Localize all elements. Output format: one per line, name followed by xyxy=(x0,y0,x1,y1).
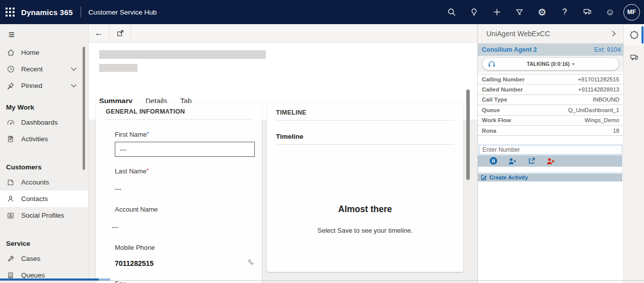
activities-clipboard-icon xyxy=(6,135,15,144)
sidebar-item-social-profiles[interactable]: Social Profiles xyxy=(0,207,88,224)
sidebar-item-label: Activities xyxy=(21,135,48,143)
sidebar-section-my-work: My Work xyxy=(0,94,88,114)
sidebar-item-home[interactable]: Home xyxy=(0,44,88,61)
top-navbar: Dynamics 365 Customer Service Hub ⚙ ? ☺ … xyxy=(0,0,644,24)
agent-name: Consilium Agent 2 xyxy=(482,46,537,53)
panel-header: UniAgent WebExCC xyxy=(478,24,623,44)
main-scrollbar[interactable] xyxy=(466,89,470,180)
home-icon xyxy=(6,48,15,57)
clock-icon xyxy=(6,65,15,74)
loading-progress-bar xyxy=(0,278,99,280)
site-map-sidebar: ≡ Home Recent Pinned My Work Dashboards … xyxy=(0,24,89,283)
help-icon[interactable]: ? xyxy=(553,0,576,24)
back-icon: ← xyxy=(95,28,103,38)
add-person-icon[interactable] xyxy=(508,157,517,165)
sidebar-section-customers: Customers xyxy=(0,147,88,174)
window-bottom-border xyxy=(0,280,644,281)
feedback-chat-icon[interactable] xyxy=(576,0,599,24)
end-participant-icon[interactable] xyxy=(546,157,555,165)
dial-number-input[interactable] xyxy=(479,145,622,155)
create-activity-label: Create Activity xyxy=(489,174,528,180)
sidebar-item-contacts[interactable]: Contacts xyxy=(0,191,88,207)
add-icon[interactable] xyxy=(485,0,508,24)
headset-icon xyxy=(487,60,496,70)
sidebar-item-pinned[interactable]: Pinned xyxy=(0,77,88,94)
table-row: QueueQ_UniDashboard_1 xyxy=(478,105,623,115)
hold-pause-icon[interactable] xyxy=(489,157,497,165)
sidebar-scrollbar[interactable] xyxy=(83,47,85,170)
main-content: ← Summary Details Tab GENERAL INFORMATIO… xyxy=(89,24,477,283)
call-details-table: Calling Number+917011282515 Called Numbe… xyxy=(478,74,623,136)
mobile-phone-value[interactable]: 7011282515 xyxy=(115,259,154,267)
dashboards-gauge-icon xyxy=(6,118,15,127)
open-external-icon[interactable] xyxy=(527,157,536,165)
record-subtitle-skeleton xyxy=(99,64,137,72)
table-row: Calling Number+917011282515 xyxy=(478,74,623,84)
sidebar-item-accounts[interactable]: Accounts xyxy=(0,174,88,191)
app-launcher-waffle-icon[interactable] xyxy=(4,6,16,18)
settings-gear-icon[interactable]: ⚙ xyxy=(531,0,553,24)
chevron-down-icon[interactable] xyxy=(70,83,77,88)
uniagent-app-tab[interactable] xyxy=(624,24,644,45)
last-name-value[interactable]: --- xyxy=(115,185,252,193)
status-pill-zone: TALKING (0:0:16) ▾ xyxy=(478,56,623,72)
contacts-person-icon xyxy=(6,195,15,204)
sidebar-item-dashboards[interactable]: Dashboards xyxy=(0,114,88,131)
call-status-dropdown[interactable]: TALKING (0:0:16) ▾ xyxy=(482,57,619,70)
divider xyxy=(106,119,252,120)
product-title: Dynamics 365 xyxy=(21,8,73,17)
table-row: Rona18 xyxy=(478,126,623,136)
app-title[interactable]: Customer Service Hub xyxy=(88,9,157,16)
social-profiles-badge-icon xyxy=(6,211,15,220)
emoji-smiley-icon[interactable]: ☺ xyxy=(599,0,621,24)
first-name-input[interactable]: --- xyxy=(115,142,255,157)
general-information-card: GENERAL INFORMATION First Name* --- Last… xyxy=(96,103,262,283)
create-activity-button[interactable]: Create Activity xyxy=(478,173,622,181)
divider xyxy=(276,144,454,145)
loading-progress-bar-tail xyxy=(99,278,110,280)
sidebar-item-label: Pinned xyxy=(21,82,42,89)
account-name-value[interactable]: --- xyxy=(112,223,252,231)
edit-icon xyxy=(480,174,487,181)
sidebar-item-label: Dashboards xyxy=(21,119,58,126)
filter-icon[interactable] xyxy=(508,0,531,24)
table-row: Work FlowWings_Demo xyxy=(478,116,623,126)
required-asterisk: * xyxy=(147,167,149,173)
timeline-empty-title: Almost there xyxy=(276,204,454,215)
sidebar-section-service: Service xyxy=(0,224,88,250)
call-action-bar xyxy=(478,155,622,166)
call-status-label: TALKING (0:0:16) xyxy=(527,61,569,67)
conversations-tab[interactable] xyxy=(624,50,644,65)
chevron-right-icon[interactable] xyxy=(611,30,616,37)
record-title-skeleton xyxy=(99,50,266,59)
open-new-window-button[interactable] xyxy=(110,24,131,42)
sidebar-item-recent[interactable]: Recent xyxy=(0,61,88,77)
command-bar: ← xyxy=(89,24,477,43)
lightbulb-icon[interactable] xyxy=(463,0,485,24)
caret-down-icon: ▾ xyxy=(573,62,575,66)
pin-icon xyxy=(6,81,15,90)
user-avatar[interactable]: MF xyxy=(623,4,640,21)
field-label-first-name: First Name* xyxy=(115,131,252,138)
navbar-divider xyxy=(81,7,81,18)
cases-wrench-icon xyxy=(6,254,15,263)
hamburger-menu-icon[interactable]: ≡ xyxy=(5,28,18,41)
sidebar-item-cases[interactable]: Cases xyxy=(0,250,88,267)
chat-bubbles-icon xyxy=(629,53,639,62)
sidebar-item-label: Accounts xyxy=(21,178,49,186)
timeline-subheader: Timeline xyxy=(276,133,454,140)
field-label-mobile-phone: Mobile Phone xyxy=(115,244,252,251)
sidebar-item-activities[interactable]: Activities xyxy=(0,131,88,147)
active-tab-indicator xyxy=(641,26,643,44)
agent-extension: Ext: 9104 xyxy=(594,46,621,53)
timeline-card: TIMELINE Timeline Almost there Select Sa… xyxy=(267,103,463,272)
back-button[interactable]: ← xyxy=(89,24,110,42)
phone-call-icon[interactable] xyxy=(247,258,255,268)
field-label-account-name: Account Name xyxy=(115,206,252,213)
timeline-empty-state: Almost there Select Save to see your tim… xyxy=(276,204,454,234)
navbar-actions: ⚙ ? ☺ MF xyxy=(440,0,644,24)
chevron-down-icon[interactable] xyxy=(70,67,77,71)
blank-strip xyxy=(478,166,622,173)
search-icon[interactable] xyxy=(440,0,463,24)
table-row: Call TypeINBOUND xyxy=(478,95,623,105)
